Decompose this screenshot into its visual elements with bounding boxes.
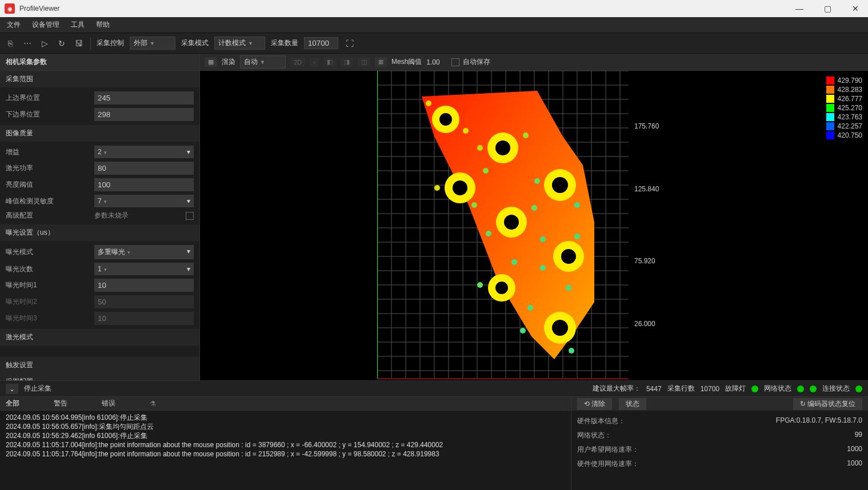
svg-point-65 [434,185,440,191]
trigger-header[interactable]: 触发设置 [0,357,199,373]
status-button[interactable]: 状态 [619,398,646,410]
titlebar: ◉ ProfileViewer — ▢ ✕ [0,0,868,17]
view-grid-icon[interactable]: ▦ [205,57,217,67]
hw-ver-label: 硬件版本信息： [577,416,625,426]
lines-label: 采集行数 [667,384,695,393]
view-btn-2[interactable]: ◧ [323,57,336,67]
view-btn-3[interactable]: ◨ [341,57,353,67]
render-select[interactable]: 自动▼ [240,55,286,69]
legend-swatch [826,131,834,139]
play-icon[interactable]: ▷ [39,38,50,49]
menu-file[interactable]: 文件 [5,19,23,31]
svg-point-74 [477,282,483,288]
y-tick-label: 26.000 [634,320,655,328]
svg-point-56 [495,282,508,294]
render-label: 渲染 [222,57,235,67]
sidebar: 相机采集参数 采集范围 上边界位置 下边界位置 图像质量 增益 2▾ 激光功率 [0,54,200,380]
acq-count-input[interactable] [304,37,338,49]
laser-mode-header[interactable]: 激光模式 [0,329,199,346]
save-icon[interactable]: 🖫 [73,38,85,49]
svg-point-76 [527,305,533,311]
legend-item: 420.750 [826,131,862,139]
exp-mode-select[interactable]: 多重曝光▾ [94,245,194,259]
fullscreen-icon[interactable]: ⛶ [344,38,355,49]
net-led [797,385,804,392]
net-label: 网络状态 [764,384,791,393]
fault-led [751,385,758,392]
acq-control-select[interactable]: 外部▼ [130,37,175,50]
connect-icon[interactable]: ⋯ [22,38,33,49]
user-rate-value: 1000 [847,445,862,455]
legend-label: 428.283 [838,86,862,94]
minimize-button[interactable]: — [791,3,808,14]
filter-icon[interactable]: ⚗ [150,400,156,408]
collapse-icon[interactable]: ⌄ [6,384,18,394]
point-cloud-object [411,91,606,365]
svg-point-72 [511,259,517,265]
peak-label: 峰值检测灵敏度 [6,196,94,206]
refresh-icon[interactable]: ↻ [56,38,67,49]
lower-input[interactable] [94,108,194,121]
laser-input[interactable] [94,162,194,175]
exposure-header: 曝光设置（us） [0,224,199,241]
mesh-icon[interactable]: ⊞ [375,57,387,67]
view-btn-4[interactable]: ◫ [358,57,370,67]
fault-label: 故障灯 [725,384,746,393]
legend-item: 428.283 [826,86,862,94]
legend-swatch [826,113,834,121]
legend-item: 429.790 [826,77,862,85]
upper-label: 上边界位置 [6,93,94,103]
svg-point-63 [483,168,489,174]
upper-input[interactable] [94,91,194,105]
image-cfg-header[interactable]: 采图配置 [0,373,199,380]
y-tick-label: 175.760 [634,122,659,130]
log-content[interactable]: 2024.09.05 10:56:04.995[info 61006]:停止采集… [0,411,571,490]
acq-mode-select[interactable]: 计数模式▼ [214,37,265,50]
svg-point-59 [426,101,431,106]
maximize-button[interactable]: ▢ [819,3,836,14]
viewport[interactable]: 175.760125.84075.92026.000 429.790428.28… [200,71,868,380]
legend-label: 429.790 [838,77,862,85]
menu-device[interactable]: 设备管理 [30,19,62,31]
menu-tools[interactable]: 工具 [69,19,87,31]
log-line: 2024.09.05 11:05:17.764[info]:the point … [6,449,565,459]
peak-select[interactable]: 7▾ [94,195,194,207]
legend-label: 420.750 [838,131,862,139]
close-button[interactable]: ✕ [847,3,863,14]
mesh-label: Mesh阈值 [391,57,422,67]
toolbar: ⎘ ⋯ ▷ ↻ 🖫 采集控制 外部▼ 采集模式 计数模式▼ 采集数量 ⛶ [0,33,868,54]
svg-point-46 [495,140,510,155]
svg-point-61 [477,145,483,151]
view-toolbar: ▦ 渲染 自动▼ 2D ▫ ◧ ◨ ◫ ⊞ Mesh阈值 1.00 自动保存 [200,54,868,71]
autosave-checkbox[interactable] [451,58,459,66]
log-tab-all[interactable]: 全部 [6,399,19,408]
export-icon[interactable]: ⎘ [5,38,16,49]
mesh-value: 1.00 [426,58,439,66]
log-tab-warn[interactable]: 警告 [54,399,67,408]
clear-button[interactable]: ⟲ 清除 [577,398,612,410]
view-btn-1[interactable]: ▫ [310,58,319,67]
legend-label: 426.777 [838,95,862,103]
exp-count-label: 曝光次数 [6,264,94,274]
app-icon: ◉ [5,3,15,14]
exp-count-select[interactable]: 1▾ [94,263,194,275]
bright-input[interactable] [94,178,194,191]
encoder-reset-button[interactable]: ↻ 编码器状态复位 [793,398,862,410]
max-fps-value: 5447 [646,385,662,393]
net-status-value: 99 [855,431,862,440]
exp-time1-input[interactable] [94,279,194,292]
log-tabs: 全部 警告 错误 ⚗ [0,397,571,411]
max-fps-label: 建议最大帧率： [593,384,641,393]
2d-icon[interactable]: 2D [290,58,305,67]
log-tab-error[interactable]: 错误 [102,399,115,408]
adv-checkbox[interactable] [186,212,194,220]
log-line: 2024.09.05 11:05:17.004[info]:the point … [6,440,565,449]
menu-help[interactable]: 帮助 [94,19,112,31]
hw-rate-value: 1000 [847,459,862,469]
legend-swatch [826,86,834,94]
gain-select[interactable]: 2▾ [94,146,194,158]
legend-label: 425.270 [838,104,862,112]
svg-point-67 [531,205,537,211]
stop-acq-button[interactable]: 停止采集 [24,384,51,393]
legend-item: 425.270 [826,104,862,112]
